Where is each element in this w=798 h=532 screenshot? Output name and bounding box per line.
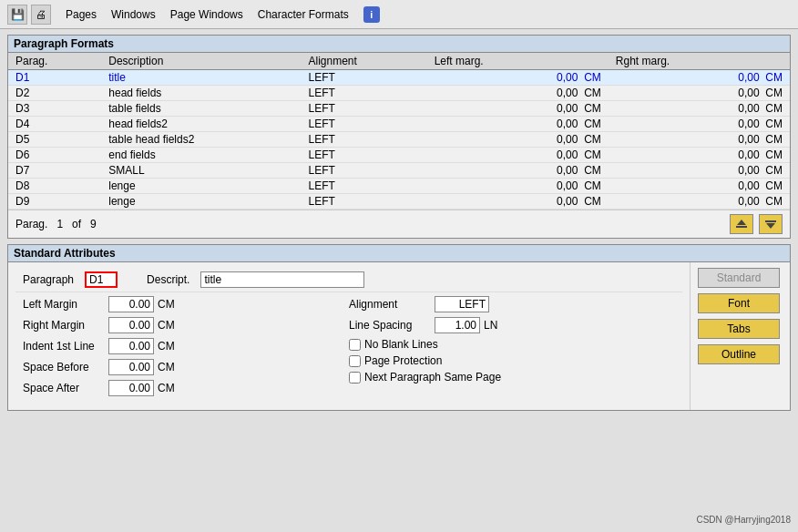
space-before-input[interactable]	[108, 359, 154, 375]
toolbar: 💾 🖨 Pages Windows Page Windows Character…	[0, 0, 798, 29]
cell-parag: D1	[8, 70, 101, 86]
cell-parag: D4	[8, 117, 101, 132]
col-left-marg: Left marg.	[427, 53, 609, 70]
right-fields-col: Alignment Line Spacing LN No Blank Lines	[349, 296, 675, 401]
tabs-button[interactable]: Tabs	[698, 319, 780, 339]
indent-input[interactable]	[108, 338, 154, 354]
current-page: 1	[56, 218, 63, 230]
paragraph-label: Paragraph	[23, 273, 74, 286]
table-row[interactable]: D3 table fields LEFT 0,00 CM 0,00 CM	[8, 101, 790, 117]
cell-description: title	[101, 70, 301, 86]
cell-left-marg: 0,00 CM	[427, 179, 609, 194]
line-spacing-unit: LN	[484, 319, 497, 332]
left-fields-col: Left Margin CM Right Margin CM Indent 1s…	[23, 296, 349, 401]
main-content: Paragraph Formats Parag. Description Ali…	[0, 29, 798, 416]
cell-left-marg: 0,00 CM	[427, 132, 609, 148]
total-pages: 9	[90, 218, 97, 230]
col-parag: Parag.	[8, 53, 101, 70]
paragraph-input[interactable]	[85, 271, 118, 288]
col-description: Description	[101, 53, 301, 70]
parag-label: Parag.	[15, 218, 47, 230]
nav-buttons	[730, 214, 783, 234]
alignment-row: Alignment	[349, 296, 666, 312]
standard-attributes-section: Standard Attributes Paragraph Descript. …	[7, 244, 791, 411]
cell-description: lenge	[101, 194, 301, 210]
space-before-row: Space Before CM	[23, 359, 340, 375]
paragraph-formats-footer: Parag. 1 of 9	[8, 210, 790, 238]
cell-right-marg: 0,00 CM	[609, 132, 790, 148]
sa-left-panel: Paragraph Descript. Left Margin CM	[8, 262, 690, 410]
print-icon[interactable]: 🖨	[31, 5, 51, 25]
next-paragraph-row: Next Paragraph Same Page	[349, 371, 666, 384]
save-icon[interactable]: 💾	[7, 5, 27, 25]
font-button[interactable]: Font	[698, 293, 780, 313]
cell-parag: D3	[8, 101, 101, 117]
svg-marker-1	[737, 220, 746, 225]
cell-right-marg: 0,00 CM	[609, 86, 790, 101]
cell-alignment: LEFT	[302, 86, 427, 101]
cell-left-marg: 0,00 CM	[427, 148, 609, 163]
cell-parag: D7	[8, 163, 101, 179]
menu-character-formats[interactable]: Character Formats	[258, 8, 349, 21]
cell-right-marg: 0,00 CM	[609, 148, 790, 163]
indent-unit: CM	[158, 340, 175, 353]
page-protection-row: Page Protection	[349, 354, 666, 367]
cell-description: table head fields2	[101, 132, 301, 148]
sa-right-panel: Standard Font Tabs Outline	[690, 262, 790, 410]
cell-description: table fields	[101, 101, 301, 117]
cell-right-marg: 0,00 CM	[609, 117, 790, 132]
info-button[interactable]: i	[363, 6, 380, 23]
paragraph-formats-title: Paragraph Formats	[8, 36, 790, 53]
nav-down-button[interactable]	[759, 214, 783, 234]
table-row[interactable]: D6 end fields LEFT 0,00 CM 0,00 CM	[8, 148, 790, 163]
cell-left-marg: 0,00 CM	[427, 101, 609, 117]
nav-up-button[interactable]	[730, 214, 753, 234]
cell-right-marg: 0,00 CM	[609, 194, 790, 210]
cell-left-marg: 0,00 CM	[427, 194, 609, 210]
right-margin-row: Right Margin CM	[23, 317, 340, 333]
outline-button[interactable]: Outline	[698, 344, 780, 364]
left-margin-label: Left Margin	[23, 298, 105, 311]
cell-parag: D6	[8, 148, 101, 163]
cell-right-marg: 0,00 CM	[609, 163, 790, 179]
right-margin-label: Right Margin	[23, 319, 105, 332]
watermark: CSDN @Harryjing2018	[696, 515, 791, 525]
table-row[interactable]: D5 table head fields2 LEFT 0,00 CM 0,00 …	[8, 132, 790, 148]
cell-right-marg: 0,00 CM	[609, 101, 790, 117]
cell-parag: D2	[8, 86, 101, 101]
descript-label: Descript.	[147, 273, 189, 286]
left-margin-input[interactable]	[108, 296, 154, 312]
cell-description: SMALL	[101, 163, 301, 179]
descript-input[interactable]	[200, 271, 364, 288]
toolbar-menu: Pages Windows Page Windows Character For…	[66, 8, 349, 21]
space-after-row: Space After CM	[23, 380, 340, 396]
standard-attributes-title: Standard Attributes	[8, 245, 790, 262]
table-row[interactable]: D4 head fields2 LEFT 0,00 CM 0,00 CM	[8, 117, 790, 132]
col-right-marg: Rght marg.	[609, 53, 790, 70]
space-after-input[interactable]	[108, 380, 154, 396]
menu-windows[interactable]: Windows	[111, 8, 156, 21]
space-before-unit: CM	[158, 361, 175, 373]
table-row[interactable]: D1 title LEFT 0,00 CM 0,00 CM	[8, 70, 790, 86]
alignment-input[interactable]	[435, 296, 489, 312]
standard-button[interactable]: Standard	[698, 268, 780, 288]
menu-page-windows[interactable]: Page Windows	[170, 8, 243, 21]
cell-alignment: LEFT	[302, 132, 427, 148]
left-margin-row: Left Margin CM	[23, 296, 340, 312]
cell-alignment: LEFT	[302, 148, 427, 163]
menu-pages[interactable]: Pages	[66, 8, 97, 21]
table-row[interactable]: D9 lenge LEFT 0,00 CM 0,00 CM	[8, 194, 790, 210]
next-paragraph-checkbox[interactable]	[349, 372, 361, 384]
indent-label: Indent 1st Line	[23, 340, 105, 353]
page-protection-checkbox[interactable]	[349, 355, 361, 367]
table-row[interactable]: D2 head fields LEFT 0,00 CM 0,00 CM	[8, 86, 790, 101]
col-alignment: Alignment	[302, 53, 427, 70]
table-row[interactable]: D8 lenge LEFT 0,00 CM 0,00 CM	[8, 179, 790, 194]
cell-description: head fields2	[101, 117, 301, 132]
no-blank-lines-checkbox[interactable]	[349, 339, 361, 351]
cell-left-marg: 0,00 CM	[427, 86, 609, 101]
space-after-unit: CM	[158, 382, 175, 394]
table-row[interactable]: D7 SMALL LEFT 0,00 CM 0,00 CM	[8, 163, 790, 179]
line-spacing-input[interactable]	[435, 317, 480, 333]
right-margin-input[interactable]	[108, 317, 154, 333]
